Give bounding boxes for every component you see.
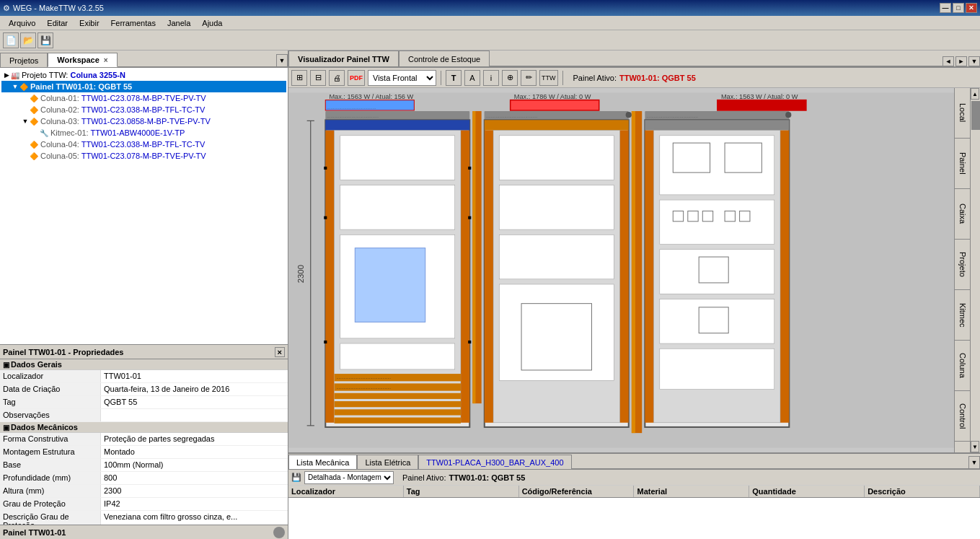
project-icon: 🏭 xyxy=(10,70,20,80)
sidebar-tab-control[interactable]: Control xyxy=(955,391,971,442)
print-btn[interactable]: 🖨 xyxy=(329,70,345,86)
bottom-tab-lista-mecanica[interactable]: Lista Mecânica xyxy=(288,455,357,469)
maximize-button[interactable]: □ xyxy=(953,3,964,13)
props-close-btn[interactable]: × xyxy=(275,347,285,357)
painel-icon: 🔶 xyxy=(19,82,29,92)
prop-label-localizador: Localizador xyxy=(0,370,101,382)
tree-project[interactable]: ▶ 🏭 Projeto TTW: Coluna 3255-N xyxy=(1,69,286,81)
tree-coluna-04[interactable]: ▶ 🔶 Coluna-04: TTW01-C23.038-M-BP-TFL-TC… xyxy=(1,139,286,150)
bottom-table-body[interactable] xyxy=(288,498,980,539)
prop-value-desc-grau: Veneziana com filtro grosso cinza, e... xyxy=(101,511,288,525)
text-btn[interactable]: T xyxy=(446,70,462,86)
edit-btn[interactable]: ✏ xyxy=(521,70,537,86)
svg-text:······························: ········································… xyxy=(327,114,379,119)
coluna-04-icon: 🔶 xyxy=(29,139,39,149)
tree-coluna-05[interactable]: ▶ 🔶 Coluna-05: TTW01-C23.078-M-BP-TVE-PV… xyxy=(1,150,286,162)
left-panel: Projetos Workspace × ▼ ▶ 🏭 Projeto TTW: … xyxy=(0,51,288,539)
sidebar-tab-painel[interactable]: Painel xyxy=(955,139,971,189)
svg-rect-58 xyxy=(673,143,710,172)
scroll-down-btn[interactable]: ▼ xyxy=(971,441,979,452)
detail-select[interactable]: Detalhada - Montagem xyxy=(304,471,394,484)
kitmec-icon: 🔧 xyxy=(39,128,49,138)
props-footer-btn[interactable] xyxy=(273,527,285,538)
panel-svg: Max.: 1563 W / Atual: 156 W Max.: 1786 W… xyxy=(288,88,954,452)
svg-rect-74 xyxy=(324,216,327,219)
viz-canvas[interactable]: Max.: 1563 W / Atual: 156 W Max.: 1786 W… xyxy=(288,88,954,452)
tree-toggle-c03[interactable]: ▼ xyxy=(22,118,29,125)
props-footer: Painel TTW01-01 xyxy=(0,525,288,539)
tab-scroll-right[interactable]: ► xyxy=(955,56,967,66)
tab-visualizador[interactable]: Visualizador Painel TTW xyxy=(288,51,399,66)
sidebar-tab-caixa[interactable]: Caixa xyxy=(955,189,971,240)
new-button[interactable]: 📄 xyxy=(3,32,19,48)
svg-rect-46 xyxy=(521,304,591,370)
scroll-up-btn[interactable]: ▲ xyxy=(971,88,979,100)
main-toolbar: 📄 📂 💾 xyxy=(0,30,980,51)
pdf-btn[interactable]: PDF xyxy=(348,70,365,86)
open-button[interactable]: 📂 xyxy=(20,32,36,48)
tree-painel[interactable]: ▼ 🔶 Painel TTW01-01: QGBT 55 xyxy=(1,81,286,92)
tree-kitmec-01[interactable]: ▶ 🔧 Kitmec-01: TTW01-ABW4000E-1V-TP xyxy=(1,127,286,139)
tree-toggle-project[interactable]: ▶ xyxy=(3,71,10,79)
scroll-thumb[interactable] xyxy=(971,101,980,130)
svg-rect-62 xyxy=(688,211,698,221)
tab-workspace[interactable]: Workspace × xyxy=(48,53,117,67)
bottom-tab-lista-eletrica[interactable]: Lista Elétrica xyxy=(357,455,418,469)
measure-btn[interactable]: A xyxy=(464,70,480,86)
prop-descricao-grau: Descrição Grau de Proteção Veneziana com… xyxy=(0,511,288,525)
tree-coluna-03[interactable]: ▼ 🔶 Coluna-03: TTW01-C23.0858-M-BP-TVE-P… xyxy=(1,115,286,127)
coluna-01-icon: 🔶 xyxy=(29,93,39,103)
section-toggle-mecanicos[interactable]: ▣ xyxy=(3,424,9,431)
menu-editar[interactable]: Editar xyxy=(41,17,74,29)
tree-toggle-painel[interactable]: ▼ xyxy=(12,83,19,90)
menu-exibir[interactable]: Exibir xyxy=(74,17,105,29)
info-btn[interactable]: i xyxy=(483,70,499,86)
properties-panel: Painel TTW01-01 - Propriedades × ▣ Dados… xyxy=(0,344,288,539)
tab-projetos[interactable]: Projetos xyxy=(0,53,48,67)
prop-value-grau: IP42 xyxy=(101,498,288,510)
toolbar-sep-2 xyxy=(562,71,563,85)
close-button[interactable]: ✕ xyxy=(966,3,977,13)
prop-altura: Altura (mm) 2300 xyxy=(0,485,288,498)
sidebar-tab-projeto[interactable]: Projeto xyxy=(955,240,971,290)
tab-controle-estoque[interactable]: Controle de Estoque xyxy=(399,51,490,66)
bottom-panel-collapse[interactable]: ▼ xyxy=(968,456,980,469)
menu-ajuda[interactable]: Ajuda xyxy=(196,17,228,29)
tree-coluna-02[interactable]: ▶ 🔶 Coluna-02: TTW01-C23.038-M-BP-TFL-TC… xyxy=(1,104,286,115)
svg-text:Max.: 1786 W / Atual: 0 W: Max.: 1786 W / Atual: 0 W xyxy=(514,93,591,100)
title-controls: — □ ✕ xyxy=(940,3,977,13)
svg-rect-19 xyxy=(340,185,455,230)
svg-rect-48 xyxy=(632,111,635,433)
section-toggle-gerais[interactable]: ▣ xyxy=(3,361,9,369)
save-button[interactable]: 💾 xyxy=(37,32,53,48)
prop-label-forma: Forma Construtiva xyxy=(0,433,101,445)
menu-janela[interactable]: Janela xyxy=(162,17,196,29)
tree-view[interactable]: ▶ 🏭 Projeto TTW: Coluna 3255-N ▼ 🔶 Paine… xyxy=(0,68,288,344)
panel-collapse-btn[interactable]: ▼ xyxy=(276,54,288,67)
tab-scroll-left[interactable]: ◄ xyxy=(943,56,954,66)
app-title: WEG - MakeTTW v3.2.55 xyxy=(13,4,104,12)
zoom-fit-btn[interactable]: ⊟ xyxy=(310,70,326,86)
view-select[interactable]: Vista FrontalVista LateralVista Superior… xyxy=(368,70,436,86)
svg-rect-72 xyxy=(324,167,327,170)
add-btn[interactable]: ⊕ xyxy=(502,70,518,86)
sidebar-tab-kitmec[interactable]: Kitmec xyxy=(955,290,971,341)
sidebar-tab-coluna[interactable]: Coluna xyxy=(955,341,971,391)
bottom-save-icon[interactable]: 💾 xyxy=(291,473,301,482)
prop-label-data: Data de Criação xyxy=(0,383,101,395)
grid-view-btn[interactable]: ⊞ xyxy=(291,70,307,86)
minimize-button[interactable]: — xyxy=(940,3,951,13)
tree-coluna-01[interactable]: ▶ 🔶 Coluna-01: TTW01-C23.078-M-BP-TVE-PV… xyxy=(1,92,286,104)
export-btn[interactable]: TTW xyxy=(539,70,558,86)
sidebar-tab-local[interactable]: Local xyxy=(955,88,971,139)
menu-arquivo[interactable]: Arquivo xyxy=(3,17,41,29)
active-panel-value: TTW01-01: QGBT 55 xyxy=(619,74,696,82)
svg-text:······························: ········································… xyxy=(337,386,391,390)
viz-scrollbar[interactable]: ▲ ▼ xyxy=(970,88,980,452)
prop-value-data: Quarta-feira, 13 de Janeiro de 2016 xyxy=(101,383,288,395)
tab-scroll-down[interactable]: ▼ xyxy=(968,56,980,66)
workspace-tab-close[interactable]: × xyxy=(104,56,108,64)
bottom-tab-placa[interactable]: TTW01-PLACA_H300_BAR_AUX_400 xyxy=(418,455,571,469)
menu-ferramentas[interactable]: Ferramentas xyxy=(105,17,162,29)
svg-rect-59 xyxy=(725,143,762,172)
